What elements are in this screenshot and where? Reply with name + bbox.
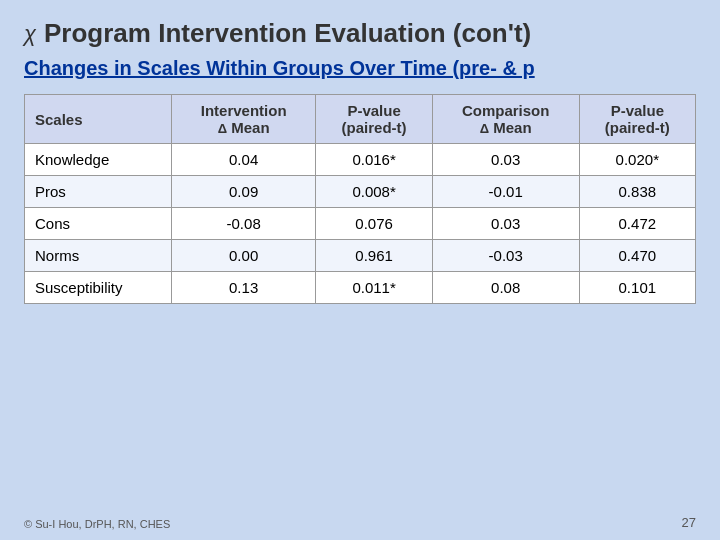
table-cell-0-0: Knowledge <box>25 144 172 176</box>
table-cell-4-0: Susceptibility <box>25 272 172 304</box>
table-cell-2-0: Cons <box>25 208 172 240</box>
table-cell-0-3: 0.03 <box>432 144 579 176</box>
table-cell-2-4: 0.472 <box>579 208 695 240</box>
col-header-pvalue-comparison: P-value(paired-t) <box>579 95 695 144</box>
page-number: 27 <box>682 515 696 530</box>
slide: χ Program Intervention Evaluation (con't… <box>0 0 720 540</box>
table-cell-3-0: Norms <box>25 240 172 272</box>
table-cell-4-1: 0.13 <box>171 272 316 304</box>
table-cell-1-2: 0.008* <box>316 176 432 208</box>
subtitle: Changes in Scales Within Groups Over Tim… <box>24 57 696 80</box>
table-row: Knowledge0.040.016*0.030.020* <box>25 144 696 176</box>
table-body: Knowledge0.040.016*0.030.020*Pros0.090.0… <box>25 144 696 304</box>
chi-icon: χ <box>24 21 36 47</box>
table-cell-4-2: 0.011* <box>316 272 432 304</box>
table-cell-1-1: 0.09 <box>171 176 316 208</box>
table-row: Norms0.000.961-0.030.470 <box>25 240 696 272</box>
table-header-row: Scales InterventionΔ Mean P-value(paired… <box>25 95 696 144</box>
table-cell-3-3: -0.03 <box>432 240 579 272</box>
table-cell-4-4: 0.101 <box>579 272 695 304</box>
table-row: Pros0.090.008*-0.010.838 <box>25 176 696 208</box>
table-row: Susceptibility0.130.011*0.080.101 <box>25 272 696 304</box>
col-header-comparison-mean: ComparisonΔ Mean <box>432 95 579 144</box>
table-cell-3-1: 0.00 <box>171 240 316 272</box>
table-cell-1-0: Pros <box>25 176 172 208</box>
table-row: Cons-0.080.0760.030.472 <box>25 208 696 240</box>
data-table: Scales InterventionΔ Mean P-value(paired… <box>24 94 696 304</box>
table-cell-1-3: -0.01 <box>432 176 579 208</box>
col-header-intervention-mean: InterventionΔ Mean <box>171 95 316 144</box>
title-area: χ Program Intervention Evaluation (con't… <box>24 18 696 49</box>
table-cell-0-4: 0.020* <box>579 144 695 176</box>
col-header-pvalue-intervention: P-value(paired-t) <box>316 95 432 144</box>
table-cell-3-4: 0.470 <box>579 240 695 272</box>
table-cell-0-2: 0.016* <box>316 144 432 176</box>
table-cell-2-1: -0.08 <box>171 208 316 240</box>
table-cell-0-1: 0.04 <box>171 144 316 176</box>
table-cell-2-3: 0.03 <box>432 208 579 240</box>
table-cell-1-4: 0.838 <box>579 176 695 208</box>
col-header-scales: Scales <box>25 95 172 144</box>
table-cell-2-2: 0.076 <box>316 208 432 240</box>
main-title: Program Intervention Evaluation (con't) <box>44 18 531 49</box>
table-cell-4-3: 0.08 <box>432 272 579 304</box>
table-cell-3-2: 0.961 <box>316 240 432 272</box>
copyright: © Su-I Hou, DrPH, RN, CHES <box>24 518 170 530</box>
